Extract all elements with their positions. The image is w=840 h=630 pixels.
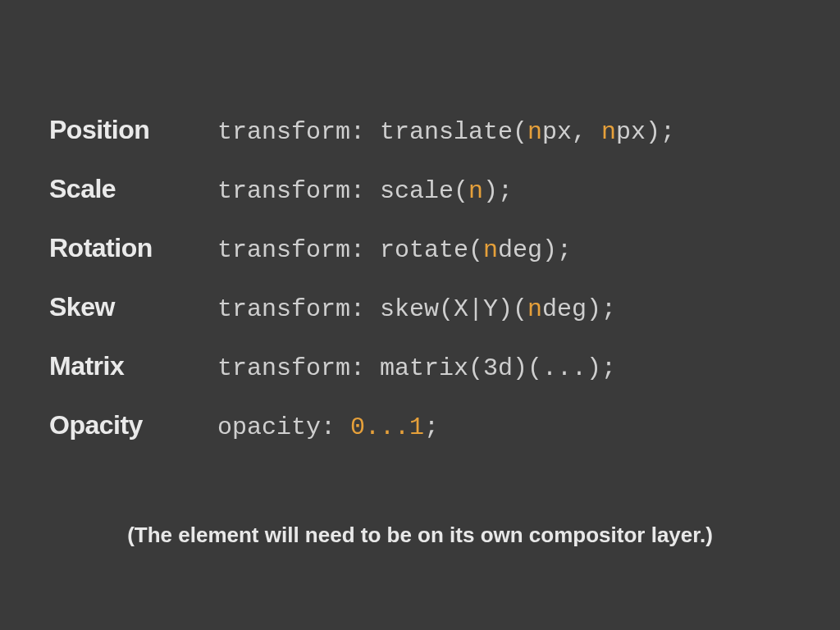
footnote: (The element will need to be on its own … (0, 523, 840, 548)
property-label: Matrix (49, 351, 217, 381)
code-token: ); (483, 177, 513, 205)
code-token-highlight: n (527, 118, 542, 146)
property-code: transform: scale(n); (217, 177, 513, 205)
code-token-highlight: n (601, 118, 616, 146)
property-code: transform: skew(X|Y)(ndeg); (217, 295, 616, 323)
property-code: opacity: 0...1; (217, 413, 439, 441)
code-token-highlight: n (483, 236, 498, 264)
property-row: Scaletransform: scale(n); (49, 174, 791, 205)
property-code: transform: matrix(3d)(...); (217, 354, 616, 382)
code-token-highlight: n (527, 295, 542, 323)
code-token: px); (616, 118, 675, 146)
code-token: transform: skew(X|Y)( (217, 295, 527, 323)
property-code: transform: translate(npx, npx); (217, 118, 675, 146)
code-token: transform: translate( (217, 118, 527, 146)
code-token: transform: scale( (217, 177, 468, 205)
property-row: Skewtransform: skew(X|Y)(ndeg); (49, 292, 791, 323)
code-token: opacity: (217, 413, 350, 441)
code-token-highlight: n (468, 177, 483, 205)
code-token: transform: matrix(3d)(...); (217, 354, 616, 382)
code-token: deg); (542, 295, 616, 323)
code-token: deg); (498, 236, 572, 264)
code-token: transform: rotate( (217, 236, 483, 264)
property-label: Rotation (49, 233, 217, 263)
property-label: Scale (49, 174, 217, 204)
property-label: Skew (49, 292, 217, 322)
code-token-highlight: 0...1 (350, 413, 424, 441)
code-token: px, (542, 118, 601, 146)
property-code: transform: rotate(ndeg); (217, 236, 572, 264)
property-row: Matrixtransform: matrix(3d)(...); (49, 351, 791, 382)
code-token: ; (424, 413, 439, 441)
property-row: Opacityopacity: 0...1; (49, 410, 791, 441)
property-label: Opacity (49, 410, 217, 441)
property-row: Rotationtransform: rotate(ndeg); (49, 233, 791, 264)
property-row: Positiontransform: translate(npx, npx); (49, 115, 791, 146)
slide: Positiontransform: translate(npx, npx);S… (0, 0, 840, 630)
property-list: Positiontransform: translate(npx, npx);S… (49, 115, 791, 441)
property-label: Position (49, 115, 217, 145)
